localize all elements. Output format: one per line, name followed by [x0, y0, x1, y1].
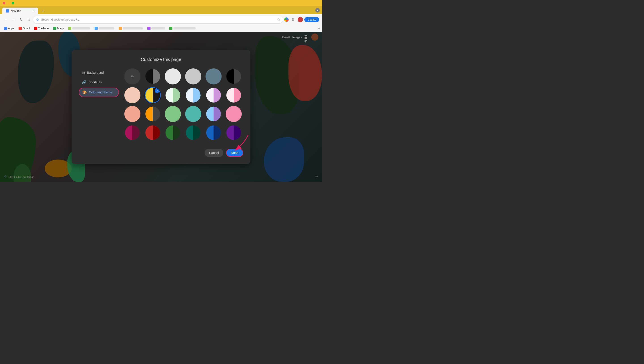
swatch-pink-light[interactable]	[226, 87, 242, 103]
swatch-salmon[interactable]	[124, 106, 140, 122]
apps-favicon	[4, 27, 7, 30]
extensions-button[interactable]: ⚙	[290, 16, 296, 23]
toolbar-right: ⚙ Update	[284, 16, 319, 23]
swatch-custom[interactable]: ✏	[124, 68, 140, 84]
nav-background[interactable]: ⊞ Background	[79, 68, 119, 77]
profile-avatar[interactable]	[298, 17, 303, 22]
swatch-purple[interactable]	[226, 125, 242, 141]
swatch-bluegray[interactable]	[206, 68, 222, 84]
chrome-icon	[284, 18, 289, 22]
bookmark-favicon-8	[169, 27, 172, 30]
youtube-favicon	[34, 27, 37, 30]
bookmark-8[interactable]	[168, 26, 197, 30]
tab-favicon	[6, 10, 9, 12]
title-bar	[0, 0, 322, 6]
maximize-button[interactable]	[12, 2, 14, 4]
swatch-lavender[interactable]	[206, 87, 222, 103]
color-grid-section: ✏	[124, 68, 243, 144]
swatch-teal-dark[interactable]	[185, 125, 201, 141]
active-tab[interactable]: New Tab ×	[2, 8, 38, 14]
bookmark-gmail[interactable]: Gmail	[17, 26, 31, 30]
bookmark-label-5	[99, 27, 114, 30]
gmail-favicon	[19, 27, 22, 30]
address-text: Search Google or type a URL	[41, 18, 275, 21]
swatch-light[interactable]	[165, 68, 181, 84]
swatch-dark-half[interactable]	[145, 68, 161, 84]
star-icon[interactable]: ☆	[277, 18, 280, 22]
bookmark-youtube[interactable]: YouTube	[33, 26, 51, 30]
youtube-label: YouTube	[38, 27, 49, 30]
swatch-teal-light[interactable]	[185, 106, 201, 122]
swatch-forest[interactable]	[165, 125, 181, 141]
shortcuts-icon: 🔗	[82, 80, 86, 84]
tab-close-button[interactable]: ×	[33, 9, 35, 13]
bookmark-4[interactable]	[67, 26, 92, 30]
nav-shortcuts-label: Shortcuts	[89, 80, 102, 84]
tab-bar: New Tab × + ▾	[0, 6, 322, 14]
bookmark-favicon-4	[68, 27, 71, 30]
swatch-green-light[interactable]	[165, 106, 181, 122]
swatch-yellow-dark[interactable]: ✓	[145, 87, 161, 103]
close-button[interactable]	[3, 2, 5, 4]
bookmark-5[interactable]	[93, 26, 116, 30]
maps-label: Maps	[57, 27, 64, 30]
new-tab-button[interactable]: +	[40, 8, 46, 14]
swatch-blue-purple[interactable]	[206, 106, 222, 122]
forward-button[interactable]: →	[10, 16, 17, 23]
modal-overlay: Customize this page ⊞ Background 🔗 Short…	[0, 32, 322, 182]
bookmark-apps[interactable]: Apps	[2, 26, 16, 30]
bookmark-label-6	[123, 27, 143, 30]
bookmark-label-8	[173, 27, 196, 30]
back-button[interactable]: ←	[3, 16, 9, 23]
sidebar-nav: ⊞ Background 🔗 Shortcuts 🎨 Color and the…	[79, 68, 119, 144]
swatch-pink[interactable]	[226, 106, 242, 122]
color-theme-icon: 🎨	[82, 90, 87, 94]
google-icon: G	[36, 18, 39, 22]
modal-footer: Cancel Done	[79, 149, 243, 157]
swatch-mint[interactable]	[165, 87, 181, 103]
bookmark-maps[interactable]: Maps	[52, 26, 66, 30]
background-icon: ⊞	[82, 70, 85, 75]
swatch-red[interactable]	[145, 125, 161, 141]
bookmark-favicon-6	[119, 27, 122, 30]
refresh-button[interactable]: ↻	[18, 16, 24, 23]
update-button[interactable]: Update	[304, 17, 319, 22]
selected-checkmark: ✓	[155, 89, 159, 93]
bookmarks-bar: Apps Gmail YouTube Maps »	[0, 25, 322, 32]
bookmarks-overflow[interactable]: »	[318, 26, 320, 30]
tab-bar-overflow[interactable]: ▾	[315, 8, 320, 12]
swatch-magenta[interactable]	[124, 125, 140, 141]
gmail-label: Gmail	[23, 27, 30, 30]
new-tab-background: Gmail Images 🔗 Stay Flo by Laci Jordan ✏…	[0, 32, 322, 182]
nav-color-label: Color and theme	[89, 90, 112, 94]
bookmark-7[interactable]	[146, 26, 167, 30]
bookmark-favicon-7	[147, 27, 151, 30]
modal-title: Customize this page	[79, 57, 243, 62]
modal-content: ⊞ Background 🔗 Shortcuts 🎨 Color and the…	[79, 68, 243, 144]
tab-title: New Tab	[11, 10, 21, 12]
home-button[interactable]: ⌂	[26, 16, 32, 23]
custom-icon: ✏	[131, 74, 134, 79]
swatch-navy[interactable]	[206, 125, 222, 141]
address-bar[interactable]: G Search Google or type a URL ☆	[33, 16, 283, 23]
cancel-button[interactable]: Cancel	[205, 149, 223, 157]
done-button[interactable]: Done	[226, 149, 243, 157]
swatch-gray[interactable]	[185, 68, 201, 84]
swatch-dark[interactable]	[226, 68, 242, 84]
swatch-sky[interactable]	[185, 87, 201, 103]
apps-label: Apps	[8, 27, 14, 30]
color-grid: ✏	[124, 68, 243, 141]
bookmark-label-4	[72, 27, 90, 30]
bookmark-6[interactable]	[117, 26, 145, 30]
bookmark-favicon-5	[95, 27, 98, 30]
nav-shortcuts[interactable]: 🔗 Shortcuts	[79, 78, 119, 87]
nav-color-and-theme[interactable]: 🎨 Color and theme	[79, 88, 119, 97]
swatch-orange[interactable]	[145, 106, 161, 122]
maps-favicon	[53, 27, 56, 30]
toolbar: ← → ↻ ⌂ G Search Google or type a URL ☆ …	[0, 14, 322, 25]
minimize-button[interactable]	[7, 2, 10, 4]
customize-modal: Customize this page ⊞ Background 🔗 Short…	[72, 50, 250, 164]
nav-background-label: Background	[87, 71, 104, 74]
swatch-peach[interactable]	[124, 87, 140, 103]
bookmark-label-7	[151, 27, 165, 30]
